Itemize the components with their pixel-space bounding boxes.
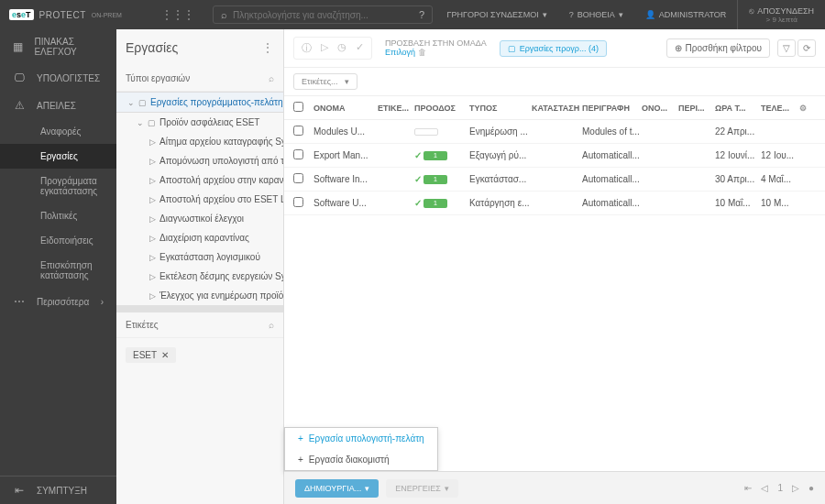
refresh-icon[interactable]: ⟳	[798, 39, 816, 57]
tree-item[interactable]: ▷Διαχείριση καραντίνας	[116, 228, 283, 247]
prev-page-icon[interactable]: ◁	[761, 483, 768, 493]
logout-link[interactable]: ⎋ΑΠΟΣΥΝΔΕΣΗ > 9 λεπτά	[737, 0, 825, 29]
row-checkbox[interactable]	[293, 149, 303, 159]
nav-dashboard[interactable]: ▦ΠΙΝΑΚΑΣ ΕΛΕΓΧΟΥ	[0, 29, 116, 64]
admin-link[interactable]: 👤ADMINISTRATOR	[634, 0, 738, 29]
close-icon[interactable]: ✕	[161, 350, 169, 360]
nav-threats[interactable]: ⚠ΑΠΕΙΛΕΣ	[0, 92, 116, 119]
chevron-down-icon: ▾	[543, 10, 547, 19]
nav-status[interactable]: Επισκόπηση κατάστασης	[0, 253, 116, 288]
access-group[interactable]: ΠΡΟΣΒΑΣΗ ΣΤΗΝ ΟΜΑΔΑ Επιλογή 🗑	[380, 38, 492, 60]
menu-server-task[interactable]: +Εργασία διακομιστή	[285, 449, 437, 470]
table-row[interactable]: Software In...✓1Εγκατάστασ...Automatical…	[284, 168, 825, 192]
next-page-icon[interactable]: ▷	[792, 483, 799, 493]
row-checkbox[interactable]	[293, 197, 303, 207]
nav-more[interactable]: ⋯Περισσότερα›	[0, 288, 116, 315]
filter-chip[interactable]: ▢Εργασίες προγρ... (4)	[500, 40, 607, 57]
gear-icon[interactable]: ⚙	[799, 104, 816, 113]
user-icon: 👤	[645, 10, 655, 19]
search-container: ⌕ ?	[213, 5, 433, 24]
task-icon: ▢	[508, 44, 516, 53]
task-types-panel: Εργασίες ⋮ Τύποι εργασιών ⌕ ⌄▢Εργασίες π…	[116, 29, 284, 504]
funnel-icon[interactable]: ▽	[777, 39, 796, 57]
play-icon: ▷	[149, 176, 156, 185]
col-ono[interactable]: ΟΝΟ...	[642, 104, 678, 113]
tree-item[interactable]: ▷Αίτημα αρχείου καταγραφής SysIns...	[116, 132, 283, 151]
col-type[interactable]: ΤΥΠΟΣ	[469, 104, 532, 113]
nav-reports[interactable]: Αναφορές	[0, 119, 116, 144]
table-row[interactable]: Export Man...✓1Εξαγωγή ρύ...Automaticall…	[284, 144, 825, 168]
tree-item[interactable]: ▷Έλεγχος για ενημέρωση προϊόντος	[116, 286, 283, 305]
col-tags[interactable]: ΕΤΙΚΕ...	[378, 104, 414, 113]
add-filter-button[interactable]: ⊕Προσθήκη φίλτρου	[666, 38, 770, 58]
tree-item[interactable]: ▷Διαγνωστικοί έλεγχοι	[116, 209, 283, 228]
quick-links[interactable]: ΓΡΗΓΟΡΟΙ ΣΥΝΔΕΣΜΟΙ▾	[436, 0, 558, 29]
row-checkbox[interactable]	[293, 126, 303, 136]
nav-notifications[interactable]: Ειδοποιήσεις	[0, 228, 116, 253]
tag-select[interactable]: Ετικέτες...▾	[293, 73, 358, 90]
folder-icon: ▢	[148, 118, 156, 127]
scrollbar-track[interactable]	[116, 305, 283, 312]
col-date1[interactable]: ΩΡΑ Τ...	[715, 104, 761, 113]
search-icon[interactable]: ⌕	[269, 320, 274, 330]
cell-name: Software U...	[314, 198, 378, 208]
chevron-down-icon: ⌄	[127, 98, 135, 107]
nav-computers[interactable]: 🖵ΥΠΟΛΟΓΙΣΤΕΣ	[0, 64, 116, 92]
settings-icon[interactable]: ●	[808, 483, 814, 493]
tag-chip[interactable]: ESET✕	[126, 347, 176, 363]
search-input[interactable]	[233, 10, 413, 20]
menu-client-task[interactable]: +Εργασία υπολογιστή-πελάτη	[285, 428, 437, 449]
task-type-tree: ⌄▢Εργασίες προγράμματος-πελάτη ⌄▢Προϊόν …	[116, 92, 283, 312]
actions-button[interactable]: ΕΝΕΡΓΕΙΕΣ▾	[386, 479, 458, 498]
cell-date2: 12 Ιου...	[761, 150, 799, 160]
row-checkbox[interactable]	[293, 173, 303, 183]
panel-menu-icon[interactable]: ⋮	[261, 40, 274, 55]
play-icon[interactable]: ▷	[321, 41, 328, 55]
apps-grid-icon[interactable]: ⋮⋮⋮	[152, 8, 204, 21]
clock-icon[interactable]: ◷	[337, 41, 346, 55]
col-progress[interactable]: ΠΡΟΟΔΟΣ	[414, 104, 469, 113]
col-name[interactable]: ΟΝΟΜΑ	[314, 104, 378, 113]
content-footer: ΔΗΜΙΟΥΡΓΙΑ...▾ ΕΝΕΡΓΕΙΕΣ▾ ⇤ ◁ 1 ▷ ●	[284, 471, 825, 504]
cell-desc: Automaticall...	[582, 150, 642, 160]
chevron-right-icon: ›	[101, 297, 104, 307]
tree-item[interactable]: ▷Αποστολή αρχείου στην καραντίνα	[116, 170, 283, 190]
play-icon: ▷	[149, 214, 156, 224]
search-icon[interactable]: ⌕	[269, 73, 274, 83]
tree-item[interactable]: ▷Εκτέλεση δέσμης ενεργειών SysIns...	[116, 267, 283, 286]
help-link[interactable]: ?ΒΟΗΘΕΙΑ▾	[558, 0, 634, 29]
help-icon[interactable]: ?	[419, 9, 424, 20]
col-peri[interactable]: ΠΕΡΙ...	[678, 104, 715, 113]
nav-collapse[interactable]: ⇤ΣΥΜΠΤΥΞΗ	[0, 476, 116, 504]
progress-bar: 1	[424, 175, 447, 184]
nav-tasks[interactable]: Εργασίες	[0, 144, 116, 169]
tree-item[interactable]: ▷Αποστολή αρχείου στο ESET LiveG...	[116, 190, 283, 209]
nav-installers[interactable]: Προγράμματα εγκατάστασης	[0, 169, 116, 203]
select-all-checkbox[interactable]	[293, 102, 303, 112]
tree-item[interactable]: ▷Εγκατάσταση λογισμικού	[116, 247, 283, 267]
trash-icon[interactable]: 🗑	[418, 48, 426, 57]
global-search[interactable]: ⌕ ?	[213, 5, 433, 24]
tree-root[interactable]: ⌄▢Εργασίες προγράμματος-πελάτη	[116, 92, 283, 113]
chevron-down-icon: ▾	[365, 484, 369, 493]
cell-name: Export Man...	[314, 150, 378, 160]
logo-suffix: ON-PREM	[92, 12, 122, 18]
info-icon[interactable]: ⓘ	[302, 41, 312, 55]
tree-item[interactable]: ▷Απομόνωση υπολογιστή από το δ...	[116, 151, 283, 170]
warning-icon: ⚠	[13, 99, 26, 112]
nav-policies[interactable]: Πολιτικές	[0, 203, 116, 228]
cell-progress	[414, 128, 469, 136]
page-number: 1	[777, 483, 783, 493]
table-row[interactable]: Software U...✓1Κατάργηση ε...Automatical…	[284, 192, 825, 215]
cell-progress: ✓1	[414, 198, 469, 208]
col-status[interactable]: ΚΑΤΑΣΤΑΣΗ	[532, 104, 582, 113]
create-button[interactable]: ΔΗΜΙΟΥΡΓΙΑ...▾	[295, 479, 379, 498]
tree-eset[interactable]: ⌄▢Προϊόν ασφάλειας ESET	[116, 113, 283, 132]
tool-icon-group: ⓘ ▷ ◷ ✓	[293, 37, 372, 60]
check-icon[interactable]: ✓	[356, 41, 364, 55]
first-page-icon[interactable]: ⇤	[744, 483, 752, 493]
col-desc[interactable]: ΠΕΡΙΓΡΑΦΗ	[582, 104, 642, 113]
col-date2[interactable]: ΤΕΛΕ...	[761, 104, 799, 113]
table-row[interactable]: Modules U...Ενημέρωση ...Modules of t...…	[284, 120, 825, 144]
cell-date2: 4 Μαΐ...	[761, 174, 799, 184]
